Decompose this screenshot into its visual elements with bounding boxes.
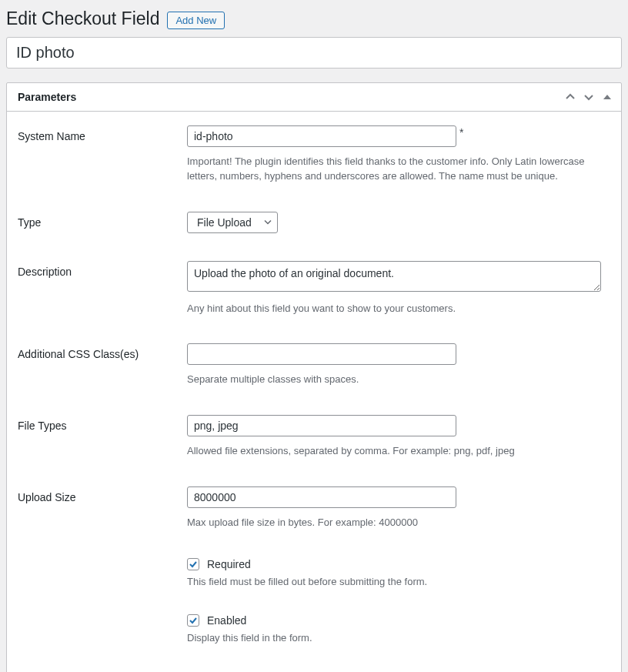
move-down-icon[interactable]: [584, 92, 593, 102]
required-help: This field must be filled out before sub…: [187, 575, 595, 590]
description-label: Description: [18, 261, 187, 278]
required-row: Required This field must be filled out b…: [18, 558, 610, 590]
css-classes-row: Additional CSS Class(es) Separate multip…: [18, 343, 610, 387]
system-name-label: System Name: [18, 125, 187, 142]
type-label: Type: [18, 212, 187, 229]
file-types-input[interactable]: [187, 415, 456, 436]
required-asterisk: *: [459, 127, 463, 138]
system-name-row: System Name * Important! The plugin iden…: [18, 125, 610, 184]
enabled-checkbox[interactable]: [187, 614, 199, 627]
enabled-label: Enabled: [207, 614, 246, 627]
panel-header: Parameters: [7, 83, 621, 112]
panel-controls: [566, 92, 612, 102]
enabled-row: Enabled Display this field in the form.: [18, 614, 610, 646]
required-label: Required: [207, 558, 251, 570]
file-types-label: File Types: [18, 415, 187, 432]
panel-body: System Name * Important! The plugin iden…: [7, 112, 621, 672]
file-types-help: Allowed file extensions, separated by co…: [187, 444, 610, 459]
type-select[interactable]: File Upload: [187, 212, 278, 233]
description-row: Description Any hint about this field yo…: [18, 261, 610, 316]
upload-size-label: Upload Size: [18, 486, 187, 503]
parameters-panel: Parameters System Name * Important! The …: [6, 82, 622, 672]
css-classes-help: Separate multiple classes with spaces.: [187, 373, 595, 387]
system-name-help: Important! The plugin identifies this fi…: [187, 155, 595, 184]
page-header: Edit Checkout Field Add New: [6, 6, 622, 37]
description-help: Any hint about this field you want to sh…: [187, 302, 595, 316]
description-textarea[interactable]: [187, 261, 601, 292]
system-name-input[interactable]: [187, 125, 456, 147]
collapse-icon[interactable]: [603, 92, 612, 102]
upload-size-row: Upload Size Max upload file size in byte…: [18, 486, 610, 530]
field-title-input[interactable]: [6, 37, 622, 69]
move-up-icon[interactable]: [566, 92, 575, 102]
enabled-help: Display this field in the form.: [187, 631, 595, 646]
css-classes-label: Additional CSS Class(es): [18, 343, 187, 360]
panel-title: Parameters: [18, 91, 76, 103]
upload-size-input[interactable]: [187, 486, 456, 508]
css-classes-input[interactable]: [187, 343, 456, 365]
add-new-button[interactable]: Add New: [167, 12, 225, 29]
required-checkbox[interactable]: [187, 558, 199, 570]
upload-size-help: Max upload file size in bytes. For examp…: [187, 516, 595, 530]
file-types-row: File Types Allowed file extensions, sepa…: [18, 415, 610, 459]
page-title: Edit Checkout Field: [6, 8, 159, 31]
type-row: Type File Upload: [18, 212, 610, 233]
